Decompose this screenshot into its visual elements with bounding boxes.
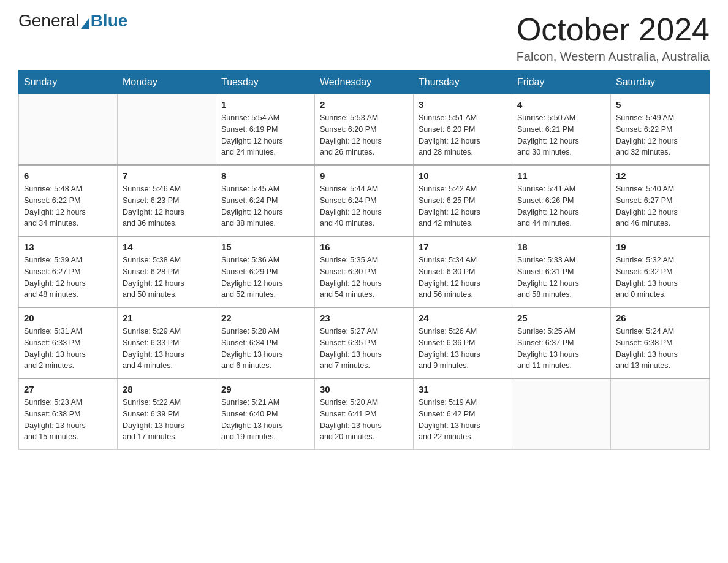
day-info: Sunrise: 5:35 AMSunset: 6:30 PMDaylight:… xyxy=(320,255,408,301)
day-number: 31 xyxy=(419,384,507,394)
calendar-cell: 2Sunrise: 5:53 AMSunset: 6:20 PMDaylight… xyxy=(315,94,414,166)
calendar-cell: 23Sunrise: 5:27 AMSunset: 6:35 PMDayligh… xyxy=(315,307,414,378)
calendar-cell: 29Sunrise: 5:21 AMSunset: 6:40 PMDayligh… xyxy=(216,378,315,450)
day-info: Sunrise: 5:46 AMSunset: 6:23 PMDaylight:… xyxy=(123,183,211,229)
calendar-cell: 20Sunrise: 5:31 AMSunset: 6:33 PMDayligh… xyxy=(19,307,118,378)
day-info: Sunrise: 5:39 AMSunset: 6:27 PMDaylight:… xyxy=(24,255,112,301)
day-number: 2 xyxy=(320,99,408,110)
calendar-cell: 12Sunrise: 5:40 AMSunset: 6:27 PMDayligh… xyxy=(611,165,710,236)
calendar-header-saturday: Saturday xyxy=(611,71,710,94)
day-number: 8 xyxy=(221,170,309,181)
day-info: Sunrise: 5:22 AMSunset: 6:39 PMDaylight:… xyxy=(123,397,211,443)
header: General Blue October 2024 Falcon, Wester… xyxy=(18,12,710,64)
day-info: Sunrise: 5:31 AMSunset: 6:33 PMDaylight:… xyxy=(24,326,112,372)
day-number: 26 xyxy=(616,313,704,323)
day-info: Sunrise: 5:36 AMSunset: 6:29 PMDaylight:… xyxy=(221,255,309,301)
calendar-cell: 10Sunrise: 5:42 AMSunset: 6:25 PMDayligh… xyxy=(414,165,512,236)
day-number: 23 xyxy=(320,313,408,323)
calendar-header-wednesday: Wednesday xyxy=(315,71,414,94)
day-number: 17 xyxy=(419,242,507,252)
day-info: Sunrise: 5:45 AMSunset: 6:24 PMDaylight:… xyxy=(221,183,309,229)
day-info: Sunrise: 5:25 AMSunset: 6:37 PMDaylight:… xyxy=(517,326,605,372)
calendar-cell: 1Sunrise: 5:54 AMSunset: 6:19 PMDaylight… xyxy=(216,94,315,166)
calendar-cell: 31Sunrise: 5:19 AMSunset: 6:42 PMDayligh… xyxy=(414,378,512,450)
calendar-cell: 30Sunrise: 5:20 AMSunset: 6:41 PMDayligh… xyxy=(315,378,414,450)
day-number: 30 xyxy=(320,384,408,394)
logo-general-text: General xyxy=(18,12,80,29)
calendar-cell: 25Sunrise: 5:25 AMSunset: 6:37 PMDayligh… xyxy=(512,307,611,378)
day-number: 21 xyxy=(123,313,211,323)
calendar-cell: 13Sunrise: 5:39 AMSunset: 6:27 PMDayligh… xyxy=(19,236,118,307)
calendar-cell: 27Sunrise: 5:23 AMSunset: 6:38 PMDayligh… xyxy=(19,378,118,450)
day-info: Sunrise: 5:54 AMSunset: 6:19 PMDaylight:… xyxy=(221,112,309,158)
day-info: Sunrise: 5:32 AMSunset: 6:32 PMDaylight:… xyxy=(616,255,704,301)
day-info: Sunrise: 5:53 AMSunset: 6:20 PMDaylight:… xyxy=(320,112,408,158)
calendar-cell xyxy=(19,94,118,166)
day-number: 13 xyxy=(24,242,112,252)
calendar-header-thursday: Thursday xyxy=(414,71,512,94)
day-number: 19 xyxy=(616,242,704,252)
calendar-cell: 5Sunrise: 5:49 AMSunset: 6:22 PMDaylight… xyxy=(611,94,710,166)
day-number: 25 xyxy=(517,313,605,323)
day-info: Sunrise: 5:41 AMSunset: 6:26 PMDaylight:… xyxy=(517,183,605,229)
week-row-3: 13Sunrise: 5:39 AMSunset: 6:27 PMDayligh… xyxy=(19,236,710,307)
calendar-cell: 28Sunrise: 5:22 AMSunset: 6:39 PMDayligh… xyxy=(118,378,216,450)
calendar-cell: 11Sunrise: 5:41 AMSunset: 6:26 PMDayligh… xyxy=(512,165,611,236)
week-row-5: 27Sunrise: 5:23 AMSunset: 6:38 PMDayligh… xyxy=(19,378,710,450)
day-number: 16 xyxy=(320,242,408,252)
day-number: 29 xyxy=(221,384,309,394)
day-number: 6 xyxy=(24,170,112,181)
day-info: Sunrise: 5:42 AMSunset: 6:25 PMDaylight:… xyxy=(419,183,507,229)
calendar-cell: 26Sunrise: 5:24 AMSunset: 6:38 PMDayligh… xyxy=(611,307,710,378)
calendar-cell: 8Sunrise: 5:45 AMSunset: 6:24 PMDaylight… xyxy=(216,165,315,236)
day-number: 22 xyxy=(221,313,309,323)
day-number: 12 xyxy=(616,170,704,181)
day-number: 9 xyxy=(320,170,408,181)
day-number: 28 xyxy=(123,384,211,394)
day-info: Sunrise: 5:28 AMSunset: 6:34 PMDaylight:… xyxy=(221,326,309,372)
day-info: Sunrise: 5:38 AMSunset: 6:28 PMDaylight:… xyxy=(123,255,211,301)
calendar-cell: 6Sunrise: 5:48 AMSunset: 6:22 PMDaylight… xyxy=(19,165,118,236)
day-number: 18 xyxy=(517,242,605,252)
day-number: 27 xyxy=(24,384,112,394)
calendar-header-tuesday: Tuesday xyxy=(216,71,315,94)
calendar-cell: 3Sunrise: 5:51 AMSunset: 6:20 PMDaylight… xyxy=(414,94,512,166)
calendar-cell xyxy=(118,94,216,166)
day-info: Sunrise: 5:33 AMSunset: 6:31 PMDaylight:… xyxy=(517,255,605,301)
calendar-cell: 19Sunrise: 5:32 AMSunset: 6:32 PMDayligh… xyxy=(611,236,710,307)
day-info: Sunrise: 5:50 AMSunset: 6:21 PMDaylight:… xyxy=(517,112,605,158)
day-number: 14 xyxy=(123,242,211,252)
week-row-4: 20Sunrise: 5:31 AMSunset: 6:33 PMDayligh… xyxy=(19,307,710,378)
day-number: 20 xyxy=(24,313,112,323)
calendar-cell: 21Sunrise: 5:29 AMSunset: 6:33 PMDayligh… xyxy=(118,307,216,378)
day-info: Sunrise: 5:23 AMSunset: 6:38 PMDaylight:… xyxy=(24,397,112,443)
day-info: Sunrise: 5:40 AMSunset: 6:27 PMDaylight:… xyxy=(616,183,704,229)
calendar-cell: 7Sunrise: 5:46 AMSunset: 6:23 PMDaylight… xyxy=(118,165,216,236)
calendar: SundayMondayTuesdayWednesdayThursdayFrid… xyxy=(18,70,710,450)
day-info: Sunrise: 5:24 AMSunset: 6:38 PMDaylight:… xyxy=(616,326,704,372)
day-number: 10 xyxy=(419,170,507,181)
logo-blue-text: Blue xyxy=(91,12,128,29)
week-row-1: 1Sunrise: 5:54 AMSunset: 6:19 PMDaylight… xyxy=(19,94,710,166)
day-number: 3 xyxy=(419,99,507,110)
title-area: October 2024 Falcon, Western Australia, … xyxy=(517,12,710,64)
calendar-cell: 14Sunrise: 5:38 AMSunset: 6:28 PMDayligh… xyxy=(118,236,216,307)
day-number: 24 xyxy=(419,313,507,323)
calendar-header-row: SundayMondayTuesdayWednesdayThursdayFrid… xyxy=(19,71,710,94)
logo-triangle-icon xyxy=(81,18,89,29)
calendar-header-monday: Monday xyxy=(118,71,216,94)
logo-area: General Blue xyxy=(18,12,127,29)
calendar-header-friday: Friday xyxy=(512,71,611,94)
week-row-2: 6Sunrise: 5:48 AMSunset: 6:22 PMDaylight… xyxy=(19,165,710,236)
day-number: 5 xyxy=(616,99,704,110)
day-info: Sunrise: 5:26 AMSunset: 6:36 PMDaylight:… xyxy=(419,326,507,372)
calendar-cell xyxy=(512,378,611,450)
calendar-cell: 22Sunrise: 5:28 AMSunset: 6:34 PMDayligh… xyxy=(216,307,315,378)
day-info: Sunrise: 5:29 AMSunset: 6:33 PMDaylight:… xyxy=(123,326,211,372)
day-info: Sunrise: 5:20 AMSunset: 6:41 PMDaylight:… xyxy=(320,397,408,443)
subtitle: Falcon, Western Australia, Australia xyxy=(517,50,710,64)
day-info: Sunrise: 5:48 AMSunset: 6:22 PMDaylight:… xyxy=(24,183,112,229)
day-number: 1 xyxy=(221,99,309,110)
calendar-cell: 18Sunrise: 5:33 AMSunset: 6:31 PMDayligh… xyxy=(512,236,611,307)
day-number: 11 xyxy=(517,170,605,181)
